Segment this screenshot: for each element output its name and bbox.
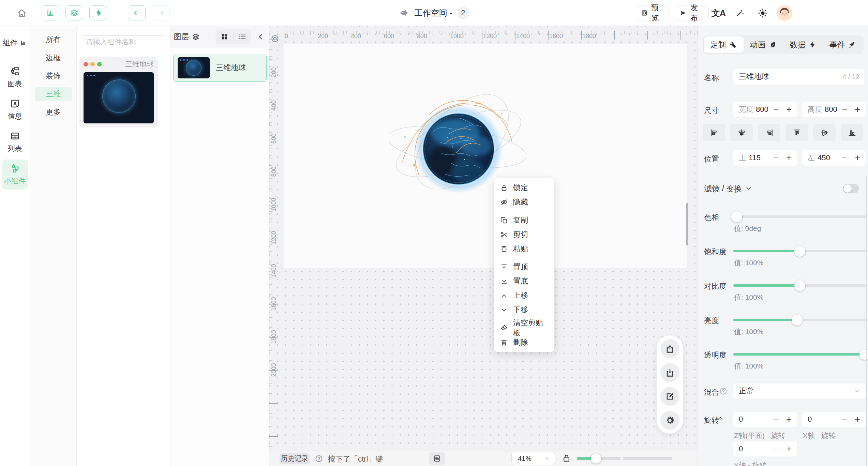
zoom-slider-handle[interactable] <box>591 453 601 464</box>
rotate-x-decrease-button[interactable]: − <box>842 415 847 424</box>
tab-events[interactable]: 事件 <box>823 36 863 53</box>
align-vertical-center-button[interactable] <box>813 124 836 141</box>
saturation-slider[interactable] <box>733 250 866 252</box>
edit-button[interactable] <box>660 387 679 406</box>
align-top-button[interactable] <box>785 124 808 141</box>
inspector-scrollbar[interactable] <box>866 176 867 466</box>
shortcut-panel-button[interactable] <box>429 452 445 465</box>
context-menu-lock[interactable]: 锁定 <box>494 181 554 195</box>
align-bottom-button[interactable] <box>841 124 863 141</box>
hue-slider-handle[interactable] <box>731 211 742 222</box>
rotate-y-increase-button[interactable]: + <box>786 445 792 454</box>
left-increase-button[interactable]: + <box>855 153 860 163</box>
category-decoration[interactable]: 装饰 <box>35 69 72 83</box>
tab-animation[interactable]: 动画 <box>744 36 783 53</box>
height-value[interactable]: 800 <box>825 105 839 114</box>
import-button[interactable] <box>660 363 679 382</box>
layers-list-view-button[interactable] <box>234 29 251 44</box>
category-3d[interactable]: 三维 <box>35 87 72 101</box>
width-value[interactable]: 800 <box>756 105 770 114</box>
name-input[interactable] <box>739 72 842 81</box>
canvas-vertical-scrollbar[interactable] <box>686 203 688 245</box>
context-menu-paste[interactable]: 粘贴 <box>494 242 554 256</box>
contrast-slider[interactable] <box>733 284 866 287</box>
layers-collapse-button[interactable] <box>257 33 265 41</box>
zoom-level-select[interactable]: 41% <box>511 452 555 465</box>
left-decrease-button[interactable]: − <box>842 153 847 163</box>
settings-button[interactable] <box>660 411 679 430</box>
rotate-z-increase-button[interactable]: + <box>786 415 792 424</box>
layer-item-3d-earth[interactable]: 三维地球 <box>173 54 267 82</box>
publish-button[interactable]: 发布 <box>674 5 709 20</box>
workspace-badge[interactable]: 2 <box>457 7 469 19</box>
zoom-lock-toggle[interactable] <box>562 454 571 463</box>
align-left-button[interactable] <box>703 124 725 141</box>
context-menu-cut[interactable]: 剪切 <box>494 227 554 242</box>
language-icon[interactable]: 文A <box>712 7 725 19</box>
context-menu-hide[interactable]: 隐藏 <box>494 195 554 209</box>
history-button[interactable]: 历史记录 <box>280 453 310 464</box>
brightness-slider-handle[interactable] <box>792 315 803 326</box>
tab-customize[interactable]: 定制 <box>704 36 744 53</box>
context-menu-move-down[interactable]: 下移 <box>494 303 554 317</box>
tab-data[interactable]: 数据 <box>783 36 823 53</box>
rotate-z-value[interactable]: 0 <box>739 415 770 424</box>
redo-button[interactable] <box>152 5 169 20</box>
top-increase-button[interactable]: + <box>786 153 792 163</box>
toggle-layers-panel-button[interactable] <box>65 5 83 20</box>
width-decrease-button[interactable]: − <box>773 105 779 114</box>
toggle-detail-panel-button[interactable] <box>89 5 107 20</box>
user-avatar[interactable] <box>777 5 792 21</box>
undo-button[interactable] <box>128 5 146 20</box>
opacity-slider[interactable] <box>733 353 866 356</box>
height-decrease-button[interactable]: − <box>842 105 847 114</box>
ruler-visibility-toggle[interactable] <box>270 34 280 43</box>
left-value[interactable]: 450 <box>818 153 839 162</box>
sidebar-item-list[interactable]: 列表 <box>2 127 28 157</box>
magic-wand-icon[interactable] <box>735 8 745 18</box>
blend-mode-select[interactable]: 正常 <box>733 384 866 399</box>
rotate-y-decrease-button[interactable]: − <box>773 445 779 454</box>
context-menu-bring-to-front[interactable]: 置顶 <box>494 260 554 274</box>
hue-slider[interactable] <box>733 215 866 218</box>
category-more[interactable]: 更多 <box>35 105 72 119</box>
layers-grid-view-button[interactable] <box>215 29 233 44</box>
rotate-y-value[interactable]: 0 <box>739 445 770 453</box>
context-menu-copy[interactable]: 复制 <box>494 213 554 227</box>
component-card-3d-earth[interactable]: 三维地球 <box>79 57 158 127</box>
component-card-preview <box>84 72 154 123</box>
height-increase-button[interactable]: + <box>855 105 860 114</box>
align-right-icon <box>765 129 774 137</box>
home-button[interactable] <box>14 5 30 21</box>
category-all[interactable]: 所有 <box>35 33 72 47</box>
sidebar-item-charts[interactable]: 图表 <box>2 62 28 92</box>
width-increase-button[interactable]: + <box>786 105 792 114</box>
align-horizontal-center-button[interactable] <box>730 124 753 141</box>
saturation-slider-handle[interactable] <box>794 246 805 257</box>
sidebar-item-widgets[interactable]: 小组件 <box>2 160 28 190</box>
export-button[interactable] <box>660 339 679 358</box>
component-search-input[interactable] <box>81 38 178 46</box>
help-icon[interactable] <box>315 454 323 463</box>
toggle-components-panel-button[interactable] <box>42 5 59 20</box>
context-menu-clear-clipboard[interactable]: 清空剪贴板 <box>494 321 554 335</box>
theme-sun-icon[interactable] <box>758 8 768 18</box>
chevron-down-icon[interactable] <box>745 185 752 192</box>
top-decrease-button[interactable]: − <box>773 153 779 163</box>
filter-toggle[interactable] <box>843 184 859 193</box>
blend-help-icon[interactable] <box>719 387 728 395</box>
sidebar-item-info[interactable]: 信息 <box>2 95 28 125</box>
brightness-slider[interactable] <box>733 319 866 321</box>
rotate-x-increase-button[interactable]: + <box>855 415 860 424</box>
preview-button[interactable]: 预览 <box>636 5 669 20</box>
rotate-x-value[interactable]: 0 <box>808 415 839 424</box>
canvas[interactable]: 0 200 400 600 800 1000 1200 1400 1600 18… <box>269 26 698 466</box>
top-value[interactable]: 115 <box>749 153 770 162</box>
zoom-slider[interactable] <box>577 457 672 460</box>
context-menu-move-up[interactable]: 上移 <box>494 288 554 303</box>
contrast-slider-handle[interactable] <box>794 280 805 291</box>
category-border[interactable]: 边框 <box>35 51 72 65</box>
context-menu-send-to-back[interactable]: 置底 <box>494 274 554 288</box>
align-right-button[interactable] <box>758 124 780 141</box>
rotate-z-decrease-button[interactable]: − <box>773 415 779 424</box>
